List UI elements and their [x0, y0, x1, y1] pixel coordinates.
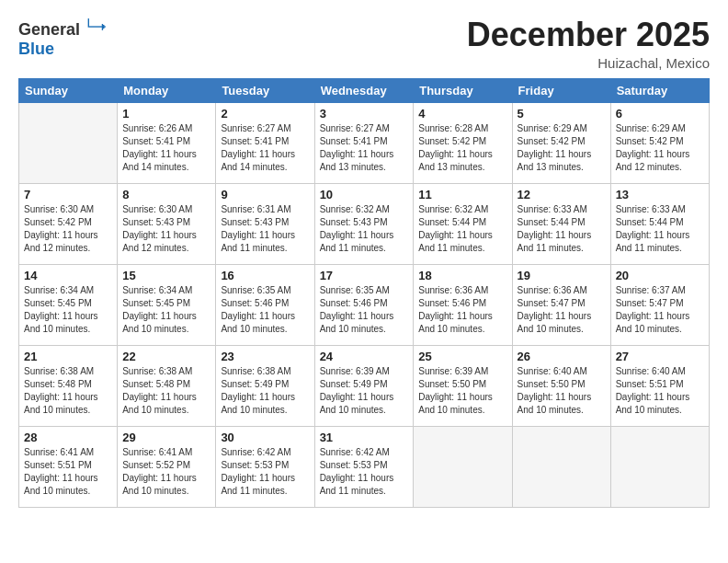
- location: Huizachal, Mexico: [467, 55, 710, 71]
- calendar-week-row: 28Sunrise: 6:41 AMSunset: 5:51 PMDayligh…: [19, 426, 710, 507]
- day-info: Sunrise: 6:32 AMSunset: 5:44 PMDaylight:…: [418, 203, 506, 255]
- day-info: Sunrise: 6:35 AMSunset: 5:46 PMDaylight:…: [320, 284, 409, 336]
- calendar-day-cell: 23Sunrise: 6:38 AMSunset: 5:49 PMDayligh…: [216, 345, 314, 426]
- day-number: 18: [418, 269, 506, 282]
- logo-bird-icon: ⮡: [86, 17, 107, 40]
- calendar-day-cell: [19, 102, 118, 183]
- calendar-day-cell: 3Sunrise: 6:27 AMSunset: 5:41 PMDaylight…: [314, 102, 414, 183]
- day-info: Sunrise: 6:40 AMSunset: 5:51 PMDaylight:…: [616, 365, 704, 417]
- calendar-week-row: 14Sunrise: 6:34 AMSunset: 5:45 PMDayligh…: [19, 264, 710, 345]
- day-info: Sunrise: 6:37 AMSunset: 5:47 PMDaylight:…: [616, 284, 704, 336]
- calendar-day-cell: 28Sunrise: 6:41 AMSunset: 5:51 PMDayligh…: [19, 426, 118, 507]
- day-number: 2: [221, 107, 309, 121]
- calendar-day-cell: 17Sunrise: 6:35 AMSunset: 5:46 PMDayligh…: [314, 264, 414, 345]
- calendar-day-cell: 7Sunrise: 6:30 AMSunset: 5:42 PMDaylight…: [19, 183, 118, 264]
- calendar-day-cell: 31Sunrise: 6:42 AMSunset: 5:53 PMDayligh…: [314, 426, 414, 507]
- day-info: Sunrise: 6:27 AMSunset: 5:41 PMDaylight:…: [320, 122, 409, 174]
- calendar-body: 1Sunrise: 6:26 AMSunset: 5:41 PMDaylight…: [19, 102, 710, 507]
- page: General ⮡ Blue December 2025 Huizachal, …: [0, 0, 728, 563]
- day-number: 23: [221, 350, 309, 363]
- calendar-day-cell: 30Sunrise: 6:42 AMSunset: 5:53 PMDayligh…: [216, 426, 314, 507]
- header-friday: Friday: [512, 78, 610, 102]
- header-sunday: Sunday: [19, 78, 118, 102]
- calendar-day-cell: 21Sunrise: 6:38 AMSunset: 5:48 PMDayligh…: [19, 345, 118, 426]
- day-number: 15: [122, 269, 210, 282]
- weekday-header-row: Sunday Monday Tuesday Wednesday Thursday…: [19, 78, 710, 102]
- day-number: 31: [320, 431, 409, 444]
- day-number: 17: [320, 269, 409, 282]
- calendar-day-cell: 18Sunrise: 6:36 AMSunset: 5:46 PMDayligh…: [414, 264, 512, 345]
- calendar-day-cell: 19Sunrise: 6:36 AMSunset: 5:47 PMDayligh…: [512, 264, 610, 345]
- day-info: Sunrise: 6:30 AMSunset: 5:43 PMDaylight:…: [122, 203, 210, 255]
- day-info: Sunrise: 6:35 AMSunset: 5:46 PMDaylight:…: [221, 284, 309, 336]
- calendar-table: Sunday Monday Tuesday Wednesday Thursday…: [18, 78, 710, 508]
- day-number: 27: [616, 350, 704, 363]
- day-number: 20: [616, 269, 704, 282]
- calendar-day-cell: 10Sunrise: 6:32 AMSunset: 5:43 PMDayligh…: [314, 183, 414, 264]
- calendar-day-cell: 9Sunrise: 6:31 AMSunset: 5:43 PMDaylight…: [216, 183, 314, 264]
- day-info: Sunrise: 6:36 AMSunset: 5:47 PMDaylight:…: [518, 284, 606, 336]
- day-number: 30: [221, 431, 309, 444]
- day-number: 11: [418, 188, 506, 201]
- calendar-day-cell: 1Sunrise: 6:26 AMSunset: 5:41 PMDaylight…: [118, 102, 216, 183]
- calendar-day-cell: 12Sunrise: 6:33 AMSunset: 5:44 PMDayligh…: [512, 183, 610, 264]
- calendar-day-cell: 16Sunrise: 6:35 AMSunset: 5:46 PMDayligh…: [216, 264, 314, 345]
- calendar-day-cell: 5Sunrise: 6:29 AMSunset: 5:42 PMDaylight…: [512, 102, 610, 183]
- day-number: 25: [418, 350, 506, 363]
- day-info: Sunrise: 6:32 AMSunset: 5:43 PMDaylight:…: [320, 203, 409, 255]
- day-number: 1: [122, 107, 210, 121]
- day-number: 29: [122, 431, 210, 444]
- logo: General ⮡ Blue: [18, 17, 107, 57]
- day-number: 13: [616, 188, 704, 201]
- calendar-day-cell: 25Sunrise: 6:39 AMSunset: 5:50 PMDayligh…: [414, 345, 512, 426]
- calendar-day-cell: 6Sunrise: 6:29 AMSunset: 5:42 PMDaylight…: [610, 102, 709, 183]
- calendar-week-row: 1Sunrise: 6:26 AMSunset: 5:41 PMDaylight…: [19, 102, 710, 183]
- day-number: 24: [320, 350, 409, 363]
- day-info: Sunrise: 6:36 AMSunset: 5:46 PMDaylight:…: [418, 284, 506, 336]
- day-info: Sunrise: 6:28 AMSunset: 5:42 PMDaylight:…: [418, 122, 506, 174]
- day-info: Sunrise: 6:42 AMSunset: 5:53 PMDaylight:…: [320, 446, 409, 498]
- day-info: Sunrise: 6:34 AMSunset: 5:45 PMDaylight:…: [24, 284, 112, 336]
- calendar-week-row: 7Sunrise: 6:30 AMSunset: 5:42 PMDaylight…: [19, 183, 710, 264]
- header-tuesday: Tuesday: [216, 78, 314, 102]
- calendar-day-cell: 4Sunrise: 6:28 AMSunset: 5:42 PMDaylight…: [414, 102, 512, 183]
- calendar-day-cell: 13Sunrise: 6:33 AMSunset: 5:44 PMDayligh…: [610, 183, 709, 264]
- day-number: 19: [518, 269, 606, 282]
- day-info: Sunrise: 6:33 AMSunset: 5:44 PMDaylight:…: [518, 203, 606, 255]
- calendar-day-cell: 11Sunrise: 6:32 AMSunset: 5:44 PMDayligh…: [414, 183, 512, 264]
- logo-blue-text: Blue: [18, 40, 54, 57]
- header-wednesday: Wednesday: [314, 78, 414, 102]
- calendar-week-row: 21Sunrise: 6:38 AMSunset: 5:48 PMDayligh…: [19, 345, 710, 426]
- title-area: December 2025 Huizachal, Mexico: [467, 17, 710, 71]
- day-info: Sunrise: 6:38 AMSunset: 5:49 PMDaylight:…: [221, 365, 309, 417]
- day-info: Sunrise: 6:40 AMSunset: 5:50 PMDaylight:…: [518, 365, 606, 417]
- day-number: 4: [418, 107, 506, 121]
- header-thursday: Thursday: [414, 78, 512, 102]
- day-info: Sunrise: 6:39 AMSunset: 5:49 PMDaylight:…: [320, 365, 409, 417]
- day-info: Sunrise: 6:38 AMSunset: 5:48 PMDaylight:…: [24, 365, 112, 417]
- day-info: Sunrise: 6:29 AMSunset: 5:42 PMDaylight:…: [616, 122, 704, 174]
- calendar-day-cell: 20Sunrise: 6:37 AMSunset: 5:47 PMDayligh…: [610, 264, 709, 345]
- day-info: Sunrise: 6:33 AMSunset: 5:44 PMDaylight:…: [616, 203, 704, 255]
- header: General ⮡ Blue December 2025 Huizachal, …: [18, 17, 710, 71]
- header-saturday: Saturday: [610, 78, 709, 102]
- day-info: Sunrise: 6:39 AMSunset: 5:50 PMDaylight:…: [418, 365, 506, 417]
- calendar-day-cell: [610, 426, 709, 507]
- day-info: Sunrise: 6:29 AMSunset: 5:42 PMDaylight:…: [518, 122, 606, 174]
- day-info: Sunrise: 6:38 AMSunset: 5:48 PMDaylight:…: [122, 365, 210, 417]
- calendar-day-cell: 24Sunrise: 6:39 AMSunset: 5:49 PMDayligh…: [314, 345, 414, 426]
- calendar-day-cell: 8Sunrise: 6:30 AMSunset: 5:43 PMDaylight…: [118, 183, 216, 264]
- day-info: Sunrise: 6:41 AMSunset: 5:52 PMDaylight:…: [122, 446, 210, 498]
- day-number: 28: [24, 431, 112, 444]
- day-number: 22: [122, 350, 210, 363]
- day-number: 3: [320, 107, 409, 121]
- month-title: December 2025: [467, 17, 710, 53]
- day-info: Sunrise: 6:30 AMSunset: 5:42 PMDaylight:…: [24, 203, 112, 255]
- calendar-day-cell: [512, 426, 610, 507]
- calendar-day-cell: 15Sunrise: 6:34 AMSunset: 5:45 PMDayligh…: [118, 264, 216, 345]
- calendar-day-cell: 14Sunrise: 6:34 AMSunset: 5:45 PMDayligh…: [19, 264, 118, 345]
- calendar-day-cell: 26Sunrise: 6:40 AMSunset: 5:50 PMDayligh…: [512, 345, 610, 426]
- day-info: Sunrise: 6:26 AMSunset: 5:41 PMDaylight:…: [122, 122, 210, 174]
- day-number: 21: [24, 350, 112, 363]
- day-number: 12: [518, 188, 606, 201]
